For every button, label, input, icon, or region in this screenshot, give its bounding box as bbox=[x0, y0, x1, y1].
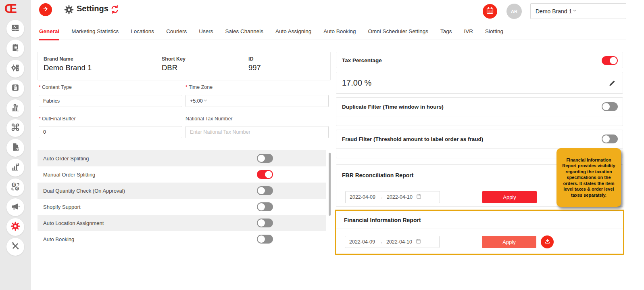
toggle-row-manual-order-splitting: Manual Order Splitting bbox=[38, 166, 326, 183]
trash-icon bbox=[11, 83, 20, 94]
svg-text:€: € bbox=[16, 187, 18, 190]
toggle-row-auto-order-splitting: Auto Order Splitting bbox=[38, 150, 326, 166]
sidebar-item-processing[interactable] bbox=[6, 60, 24, 78]
tab-couriers[interactable]: Couriers bbox=[166, 24, 187, 40]
dashboard-monitor-icon bbox=[10, 23, 20, 34]
brand-selector-dropdown[interactable]: Demo Brand 1 bbox=[530, 3, 626, 19]
sidebar-item-settings[interactable] bbox=[6, 218, 24, 236]
tab-omni-scheduler-settings[interactable]: Omni Scheduler Settings bbox=[368, 24, 428, 40]
tab-tags[interactable]: Tags bbox=[440, 24, 452, 40]
sidebar-expand-button[interactable] bbox=[39, 3, 52, 16]
tab-locations[interactable]: Locations bbox=[131, 24, 154, 40]
sidebar-item-report-tools[interactable] bbox=[6, 159, 24, 177]
toggle-row-shopify-support: Shopify Support bbox=[38, 199, 326, 215]
fbr-apply-button[interactable]: Apply bbox=[482, 191, 537, 203]
sidebar-item-dashboard[interactable] bbox=[6, 20, 24, 38]
tax-percentage-card: Tax Percentage bbox=[336, 52, 623, 68]
manual-order-splitting-toggle[interactable] bbox=[257, 170, 273, 179]
app-logo[interactable]: Œ bbox=[4, 2, 16, 16]
financial-apply-button[interactable]: Apply bbox=[482, 236, 536, 248]
duplicate-filter-label: Duplicate Filter (Time window in hours) bbox=[342, 104, 444, 110]
sidebar: Œ $€ bbox=[0, 0, 31, 290]
tab-auto-booking[interactable]: Auto Booking bbox=[323, 24, 356, 40]
toggle-label: Auto Location Assignment bbox=[43, 220, 104, 226]
duplicate-filter-toggle[interactable] bbox=[602, 102, 618, 111]
financial-report-title: Financial Information Report bbox=[344, 217, 421, 223]
sidebar-item-marketing[interactable] bbox=[6, 198, 24, 216]
dual-quantity-check-toggle[interactable] bbox=[257, 186, 273, 195]
tab-general[interactable]: General bbox=[39, 24, 59, 40]
content-type-label: *Content Type bbox=[39, 84, 72, 90]
page-title: Settings bbox=[77, 4, 108, 13]
toggle-label: Dual Quantity Check (On Approval) bbox=[43, 188, 125, 194]
date-range-arrow-icon bbox=[378, 239, 383, 245]
megaphone-icon bbox=[10, 202, 20, 213]
id-value: 997 bbox=[248, 63, 261, 72]
toggle-row-dual-quantity-check: Dual Quantity Check (On Approval) bbox=[38, 183, 326, 199]
tab-slotting[interactable]: Slotting bbox=[485, 24, 503, 40]
national-tax-number-input[interactable] bbox=[185, 126, 329, 138]
settings-page: Œ $€ bbox=[0, 0, 644, 290]
calendar-button[interactable] bbox=[483, 4, 497, 19]
financial-date-range-picker[interactable]: 2022-04-09 2022-04-10 bbox=[345, 236, 440, 248]
settings-tabs: General Marketing Statistics Locations C… bbox=[39, 24, 626, 40]
fbr-date-range-picker[interactable]: 2022-04-09 2022-04-10 bbox=[345, 191, 440, 203]
brand-name-field: Brand Name Demo Brand 1 bbox=[44, 56, 92, 72]
toggle-label: Shopify Support bbox=[43, 204, 81, 210]
toggle-label: Auto Order Splitting bbox=[43, 156, 89, 162]
sidebar-item-analytics-automation[interactable] bbox=[6, 99, 24, 117]
toggle-row-auto-booking: Auto Booking bbox=[38, 231, 326, 247]
toggle-label: Auto Booking bbox=[43, 236, 74, 242]
sidebar-item-command[interactable] bbox=[6, 119, 24, 137]
toggle-list-scrollbar[interactable] bbox=[329, 153, 331, 216]
tab-sales-channels[interactable]: Sales Channels bbox=[225, 24, 263, 40]
brand-name-value: Demo Brand 1 bbox=[44, 63, 92, 72]
id-label: ID bbox=[248, 56, 261, 62]
tax-value-card: 17.00 % bbox=[336, 72, 623, 94]
brand-info-card: Brand Name Demo Brand 1 Short Key DBR ID… bbox=[38, 52, 331, 80]
sidebar-item-tools[interactable] bbox=[6, 238, 24, 256]
calendar-icon bbox=[486, 6, 494, 17]
tax-percentage-toggle[interactable] bbox=[602, 56, 618, 65]
time-zone-label: *Time Zone bbox=[185, 84, 213, 90]
gear-cabinet-icon bbox=[10, 63, 20, 74]
divider bbox=[336, 229, 623, 229]
id-field: ID 997 bbox=[248, 56, 261, 72]
sidebar-item-orders[interactable] bbox=[6, 40, 24, 57]
date-range-arrow-icon bbox=[379, 194, 383, 200]
fraud-filter-label: Fraud Filter (Threshold amount to label … bbox=[342, 136, 483, 142]
auto-location-assignment-toggle[interactable] bbox=[257, 219, 273, 227]
outfinal-buffer-input[interactable] bbox=[39, 126, 182, 138]
short-key-label: Short Key bbox=[162, 56, 185, 62]
date-from: 2022-04-09 bbox=[349, 239, 375, 245]
refresh-icon[interactable] bbox=[110, 5, 119, 16]
currency-exchange-icon: $€ bbox=[10, 181, 21, 193]
tab-ivr[interactable]: IVR bbox=[464, 24, 473, 40]
auto-order-splitting-toggle[interactable] bbox=[257, 154, 273, 163]
calendar-small-icon bbox=[416, 193, 422, 201]
sidebar-item-document-security[interactable] bbox=[6, 139, 24, 157]
tax-percentage-value: 17.00 % bbox=[342, 78, 371, 88]
sidebar-item-trash[interactable] bbox=[6, 80, 24, 97]
tab-marketing-statistics[interactable]: Marketing Statistics bbox=[71, 24, 119, 40]
tab-auto-assigning[interactable]: Auto Assigning bbox=[275, 24, 311, 40]
financial-report-card: Financial Information Report 2022-04-09 … bbox=[335, 210, 624, 255]
tab-users[interactable]: Users bbox=[199, 24, 213, 40]
sidebar-item-currency-exchange[interactable]: $€ bbox=[6, 179, 24, 196]
financial-download-button[interactable] bbox=[541, 235, 554, 248]
edit-pencil-icon[interactable] bbox=[608, 79, 616, 89]
user-avatar[interactable]: AR bbox=[506, 4, 522, 19]
date-to: 2022-04-10 bbox=[386, 239, 412, 245]
time-zone-select[interactable]: +5:00 bbox=[185, 95, 329, 107]
short-key-value: DBR bbox=[162, 63, 185, 72]
toggle-row-auto-location-assignment: Auto Location Assignment bbox=[38, 215, 326, 231]
order-clipboard-icon bbox=[10, 43, 20, 54]
toggle-label: Manual Order Splitting bbox=[43, 172, 95, 178]
auto-booking-toggle[interactable] bbox=[257, 235, 273, 244]
content-type-input[interactable] bbox=[39, 95, 182, 107]
shopify-support-toggle[interactable] bbox=[257, 202, 273, 211]
fbr-report-title: FBR Reconciliation Report bbox=[342, 172, 413, 179]
divider bbox=[336, 116, 623, 116]
fraud-filter-toggle[interactable] bbox=[602, 134, 618, 143]
svg-text:$: $ bbox=[13, 183, 15, 187]
